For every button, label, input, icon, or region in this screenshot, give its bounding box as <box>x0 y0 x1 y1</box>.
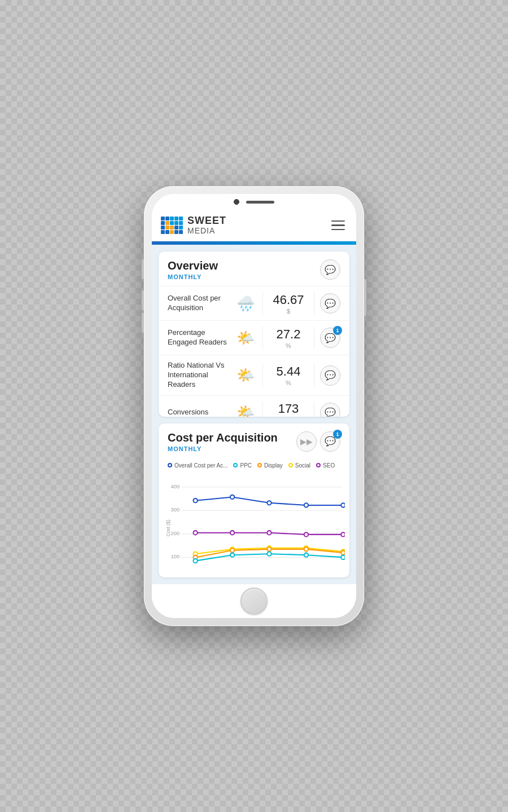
svg-point-30 <box>230 553 234 557</box>
logo-dot <box>165 217 169 220</box>
metric-unit: % <box>269 342 308 349</box>
phone-bottom <box>152 584 356 618</box>
app-content: Overview MONTHLY 💬 Overall Cost per Acqu… <box>152 245 356 584</box>
legend-dot <box>288 463 293 467</box>
svg-text:300: 300 <box>171 507 180 513</box>
svg-point-12 <box>304 503 308 507</box>
logo-dot <box>179 217 183 220</box>
metric-label: Ratio National Vs International Readers <box>168 361 229 390</box>
sun-icon: 🌤️ <box>237 367 255 384</box>
overview-card-header: Overview MONTHLY 💬 <box>159 251 349 286</box>
legend-item: Social <box>288 462 310 469</box>
metric-unit: % <box>269 379 308 386</box>
metric-row: Percentage Engaged Readers 🌤️ 27.2 % 💬 1 <box>159 320 349 355</box>
logo-dot <box>174 221 178 225</box>
cloud-rain-icon: 🌧️ <box>237 295 255 312</box>
svg-point-17 <box>304 532 308 536</box>
logo-media: MEDIA <box>187 227 226 235</box>
overview-comment-button[interactable]: 💬 <box>320 259 340 280</box>
legend-item: PPC <box>233 462 252 469</box>
svg-point-31 <box>267 551 271 555</box>
legend-label: SEO <box>323 462 335 469</box>
svg-text:100: 100 <box>171 554 180 559</box>
svg-point-10 <box>230 495 234 498</box>
metric-row: Conversions 🌤️ 173 users 💬 <box>159 395 349 417</box>
metric-icon: 🌤️ <box>234 326 257 349</box>
legend-label: Display <box>264 462 283 469</box>
legend-label: Social <box>295 462 310 469</box>
metric-value: 5.44 <box>269 364 308 379</box>
chart-title: Cost per Acquisition <box>168 431 278 444</box>
chart-comment-button[interactable]: 💬 1 <box>320 431 340 452</box>
phone-inner: SWEET MEDIA <box>152 194 356 618</box>
svg-point-26 <box>267 547 271 551</box>
comment-icon: 💬 <box>325 370 336 381</box>
hamburger-menu[interactable] <box>329 218 347 233</box>
comment-icon: 💬 <box>325 407 336 416</box>
metric-unit: $ <box>269 308 308 315</box>
logo-dot <box>174 230 178 234</box>
metric-label: Overall Cost per Acquisition <box>168 294 229 313</box>
metric-comment-button[interactable]: 💬 1 <box>320 328 340 348</box>
svg-point-15 <box>230 531 234 535</box>
logo-dot <box>174 217 178 220</box>
logo-dot <box>170 230 174 234</box>
logo-dot <box>161 221 165 225</box>
phone-frame: SWEET MEDIA <box>144 186 364 626</box>
svg-text:400: 400 <box>171 484 180 489</box>
svg-point-11 <box>267 501 271 505</box>
svg-point-14 <box>194 531 198 535</box>
logo-dot <box>179 226 183 230</box>
comment-icon: 💬 <box>325 333 336 343</box>
metric-value: 173 <box>269 401 308 416</box>
svg-point-13 <box>341 503 345 507</box>
chart-badge: 1 <box>333 430 342 439</box>
metric-comment-button[interactable]: 💬 <box>320 365 340 386</box>
logo-dot <box>170 226 174 230</box>
phone-top-bar <box>152 194 356 210</box>
metric-value-block: 46.67 $ <box>269 293 308 315</box>
arrow-right-icon: ▶▶ <box>300 437 313 446</box>
logo-dot <box>161 217 165 220</box>
legend-label: Overall Cost per Ac... <box>174 462 227 469</box>
metric-icon: 🌤️ <box>234 401 257 417</box>
legend-dot <box>257 463 262 467</box>
chart-navigate-button[interactable]: ▶▶ <box>296 431 317 452</box>
legend-dot <box>233 463 238 467</box>
sun-icon: 🌤️ <box>237 329 255 347</box>
metric-badge: 1 <box>333 326 342 335</box>
overview-title: Overview <box>168 259 218 272</box>
legend-label: PPC <box>240 462 252 469</box>
app-screen: SWEET MEDIA <box>152 210 356 584</box>
comment-icon: 💬 <box>325 264 336 275</box>
logo-dot <box>170 217 174 220</box>
logo-dot <box>165 226 169 230</box>
metric-icon: 🌧️ <box>234 292 257 315</box>
svg-point-33 <box>341 555 345 559</box>
metric-value-block: 27.2 % <box>269 327 308 349</box>
home-button[interactable] <box>240 588 268 615</box>
metric-value: 27.2 <box>269 327 308 342</box>
svg-point-29 <box>194 559 198 563</box>
metric-value: 46.67 <box>269 293 308 307</box>
cost-chart-card: Cost per Acquisition MONTHLY ▶▶ 💬 1 <box>159 423 349 577</box>
legend-item: SEO <box>316 462 335 469</box>
legend-item: Display <box>257 462 283 469</box>
logo-dot <box>174 226 178 230</box>
logo-dot <box>161 226 165 230</box>
svg-point-18 <box>341 532 345 536</box>
chart-legend: Overall Cost per Ac... PPC Display Socia… <box>159 458 349 473</box>
comment-icon: 💬 <box>325 298 336 309</box>
logo-dot <box>161 230 165 234</box>
metric-comment-button[interactable]: 💬 <box>320 293 340 314</box>
chart-card-header: Cost per Acquisition MONTHLY ▶▶ 💬 1 <box>159 423 349 458</box>
svg-text:Cost ($): Cost ($) <box>165 519 171 536</box>
sun-icon: 🌤️ <box>237 404 255 416</box>
metric-icon: 🌤️ <box>234 364 257 387</box>
logo-text: SWEET MEDIA <box>187 215 226 235</box>
metric-comment-button[interactable]: 💬 <box>320 403 340 417</box>
overview-card: Overview MONTHLY 💬 Overall Cost per Acqu… <box>159 251 349 417</box>
logo-grid <box>161 217 183 234</box>
metric-value-block: 173 users <box>269 401 308 416</box>
svg-point-28 <box>341 550 345 554</box>
